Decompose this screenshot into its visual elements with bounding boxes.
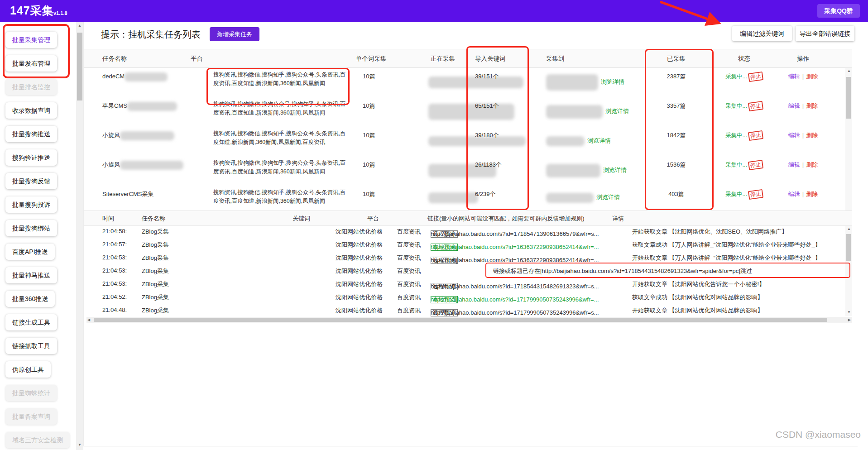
col-per-keyword: 单个词采集 bbox=[356, 55, 387, 63]
delete-link[interactable]: 删除 bbox=[806, 102, 818, 109]
scroll-up-icon[interactable]: ▲ bbox=[76, 24, 83, 28]
task-actions: 编辑|删除 bbox=[777, 72, 829, 81]
new-task-button[interactable]: 新增采集任务 bbox=[210, 27, 259, 41]
log-url[interactable]: http://baijiahao.baidu.com/s?id=17179990… bbox=[431, 309, 599, 316]
view-detail-link[interactable]: 浏览详情 bbox=[587, 137, 611, 144]
sidebar-scrollbar-thumb[interactable] bbox=[77, 33, 82, 101]
task-status: 采集中...停止 bbox=[718, 161, 770, 169]
sidebar-scrollbar[interactable]: ▲ ▼ bbox=[76, 22, 83, 450]
scroll-left-icon[interactable]: ◀ bbox=[87, 318, 90, 322]
sidebar-item[interactable]: 批量360推送 bbox=[5, 291, 55, 307]
sidebar-item[interactable]: 伪原创工具 bbox=[5, 361, 51, 378]
log-hscrollbar-thumb[interactable] bbox=[94, 318, 827, 322]
sidebar-item[interactable]: 批量神马推送 bbox=[5, 267, 57, 283]
log-scrollbar-thumb[interactable] bbox=[846, 234, 851, 261]
log-url[interactable]: http://baijiahao.baidu.com/s?id=17185471… bbox=[431, 230, 599, 237]
collected-to: 浏览详情 bbox=[546, 193, 620, 203]
log-table-scrollbar[interactable]: ▲ ▼ bbox=[845, 226, 852, 316]
sidebar-item[interactable]: 搜狗验证推送 bbox=[5, 149, 57, 166]
sidebar-item[interactable]: 链接生成工具 bbox=[5, 314, 57, 330]
sidebar-item[interactable]: 批量采集管理 bbox=[5, 32, 57, 48]
log-detail: 开始获取文章 【沈阳网站优化对网站品牌的影响】 bbox=[632, 306, 763, 315]
redacted-blur bbox=[546, 74, 598, 91]
action-separator: | bbox=[802, 191, 804, 197]
action-separator: | bbox=[802, 161, 804, 168]
task-name: 苹果CMS bbox=[102, 102, 177, 111]
export-error-links-button[interactable]: 导出全部错误链接 bbox=[796, 26, 854, 41]
log-url[interactable]: https://baijiahao.baidu.com/s?id=1636372… bbox=[431, 257, 599, 263]
stop-button[interactable]: 停止 bbox=[748, 189, 763, 200]
log-keyword: 沈阳网站优化价格 bbox=[336, 241, 383, 249]
collecting-now bbox=[428, 104, 514, 120]
app-logo: 147采集 bbox=[10, 3, 54, 18]
sidebar: 批量采集管理批量发布管理批量排名监控收录数据查询批量搜狗推送搜狗验证推送批量搜狗… bbox=[0, 22, 76, 450]
delete-link[interactable]: 删除 bbox=[806, 132, 818, 139]
log-time: 21:04:58: bbox=[102, 228, 127, 235]
scroll-up-icon[interactable]: ▲ bbox=[845, 69, 853, 73]
edit-filter-keywords-button[interactable]: 编辑过滤关键词 bbox=[732, 26, 792, 41]
stop-button[interactable]: 停止 bbox=[748, 130, 763, 141]
log-time: 21:04:53: bbox=[102, 280, 127, 287]
log-detail: 开始获取文章 【万人网络讲解_“沈阳网站优化”能给企业带来哪些好处_】 bbox=[632, 254, 821, 262]
delete-link[interactable]: 删除 bbox=[806, 73, 818, 80]
status-collecting-label: 采集中... bbox=[725, 162, 747, 168]
task-row: SiteserverCMS采集搜狗资讯,搜狗微信,搜狗知乎,搜狗公众号,头条资讯… bbox=[84, 186, 852, 211]
log-horizontal-scrollbar[interactable]: ◀ ▶ bbox=[86, 317, 852, 323]
redacted-blur bbox=[127, 102, 177, 111]
view-detail-link[interactable]: 浏览详情 bbox=[601, 78, 624, 85]
stop-button[interactable]: 停止 bbox=[748, 160, 763, 170]
scroll-right-icon[interactable]: ▶ bbox=[848, 318, 851, 322]
delete-link[interactable]: 删除 bbox=[806, 161, 818, 168]
page-title: 提示：挂机采集任务列表 bbox=[101, 29, 201, 41]
edit-link[interactable]: 编辑 bbox=[788, 73, 800, 80]
sidebar-item[interactable]: 批量搜狗绑站 bbox=[5, 220, 57, 236]
per-keyword-count: 10篇 bbox=[363, 102, 375, 110]
log-detail: 链接或标题已存在[http://baijiahao.baidu.com/s?id… bbox=[493, 267, 752, 275]
log-task-name: ZBlog采集 bbox=[142, 241, 169, 249]
task-name: 小旋风 bbox=[102, 161, 183, 170]
task-scrollbar-thumb[interactable] bbox=[846, 77, 851, 119]
redacted-blur bbox=[428, 192, 478, 203]
stop-button[interactable]: 停止 bbox=[748, 72, 763, 82]
log-platform: 百度资讯 bbox=[397, 306, 421, 315]
redacted-blur bbox=[120, 161, 183, 170]
imported-keywords: 6/239个 bbox=[475, 190, 496, 198]
edit-link[interactable]: 编辑 bbox=[788, 191, 800, 197]
sidebar-item[interactable]: 百度API推送 bbox=[5, 244, 55, 260]
imported-keywords: 39/151个 bbox=[475, 72, 499, 81]
log-task-name: ZBlog采集 bbox=[142, 306, 169, 315]
sidebar-item[interactable]: 批量搜狗投诉 bbox=[5, 196, 57, 213]
view-detail-link[interactable]: 浏览详情 bbox=[603, 167, 627, 173]
sidebar-item[interactable]: 批量搜狗推送 bbox=[5, 126, 57, 142]
sidebar-item[interactable]: 链接抓取工具 bbox=[5, 338, 57, 354]
stop-button[interactable]: 停止 bbox=[748, 101, 763, 111]
collected-count: 3357篇 bbox=[643, 102, 709, 110]
view-detail-link[interactable]: 浏览详情 bbox=[605, 108, 629, 115]
task-name: SiteserverCMS采集 bbox=[102, 190, 153, 198]
delete-link[interactable]: 删除 bbox=[806, 191, 818, 197]
view-detail-link[interactable]: 浏览详情 bbox=[596, 194, 620, 201]
log-url[interactable]: https://baijiahao.baidu.com/s?id=1717999… bbox=[431, 296, 599, 303]
task-row: 苹果CMS搜狗资讯,搜狗微信,搜狗公众号,搜狗知乎,头条资讯,百度资讯,百度知道… bbox=[84, 97, 852, 127]
scroll-down-icon[interactable]: ▼ bbox=[845, 310, 853, 314]
sidebar-item[interactable]: 收录数据查询 bbox=[5, 102, 57, 119]
edit-link[interactable]: 编辑 bbox=[788, 161, 800, 168]
task-row: 小旋风搜狗资讯,搜狗微信,搜狗知乎,搜狗公众号,头条资讯,百度资讯,百度知道,新… bbox=[84, 156, 852, 186]
col-status: 状态 bbox=[718, 55, 770, 63]
edit-link[interactable]: 编辑 bbox=[788, 102, 800, 109]
log-platform: 百度资讯 bbox=[397, 254, 421, 262]
sidebar-item[interactable]: 批量发布管理 bbox=[5, 55, 57, 72]
qq-group-button[interactable]: 采集QQ群 bbox=[817, 4, 860, 18]
edit-link[interactable]: 编辑 bbox=[788, 132, 800, 139]
sidebar-item[interactable]: 批量搜狗反馈 bbox=[5, 173, 57, 189]
col-collected-count: 已采集 bbox=[643, 55, 709, 63]
task-actions: 编辑|删除 bbox=[777, 131, 829, 139]
scroll-down-icon[interactable]: ▼ bbox=[76, 443, 83, 447]
task-table-scrollbar[interactable]: ▲ bbox=[845, 68, 852, 211]
log-url[interactable]: http://baijiahao.baidu.com/s?id=17185443… bbox=[431, 283, 599, 290]
log-keyword: 沈阳网站优化价格 bbox=[336, 280, 383, 288]
log-url[interactable]: https://baijiahao.baidu.com/s?id=1636372… bbox=[431, 244, 599, 250]
scroll-up-icon[interactable]: ▲ bbox=[845, 227, 853, 231]
log-row: 21:04:57:ZBlog采集沈阳网站优化价格百度资讯本地预览https://… bbox=[84, 238, 852, 251]
log-row: 21:04:53:ZBlog采集沈阳网站优化价格百度资讯远程预览http://b… bbox=[84, 278, 852, 291]
